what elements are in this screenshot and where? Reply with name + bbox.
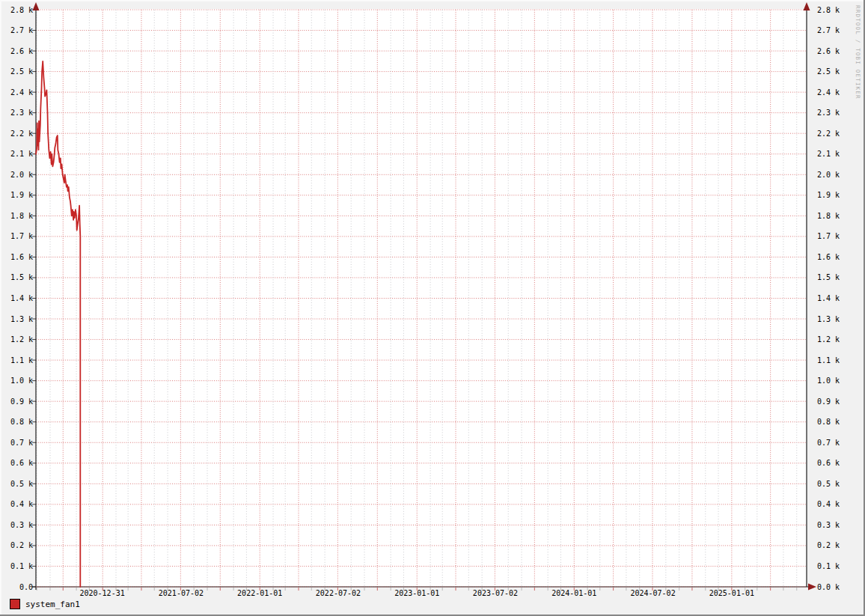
y-axis-label-right: 1.4 k	[817, 293, 840, 303]
y-axis-label-right: 0.8 k	[817, 417, 840, 427]
y-axis-label-right: 0.1 k	[817, 561, 840, 571]
y-axis-label-right: 1.7 k	[817, 231, 840, 241]
y-axis-label-left: 2.5 k	[0, 67, 33, 76]
legend-label: system_fan1	[25, 600, 80, 609]
y-axis-label-left: 0.8 k	[0, 417, 33, 427]
y-axis-arrow-right	[804, 2, 810, 10]
y-axis-label-right: 2.3 k	[817, 108, 840, 118]
rrdtool-watermark: RRDTOOL / TOBI OETIKER	[855, 5, 861, 100]
y-axis-label-left: 1.2 k	[0, 335, 33, 344]
y-axis-label-left: 0.3 k	[0, 520, 33, 530]
y-axis-label-left: 2.6 k	[0, 46, 33, 56]
y-axis-label-right: 0.2 k	[817, 540, 840, 550]
y-axis-label-right: 0.3 k	[817, 520, 840, 530]
x-axis-label: 2024-07-02	[630, 588, 675, 598]
y-axis-label-left: 1.1 k	[0, 356, 33, 365]
y-axis-label-left: 2.1 k	[0, 149, 33, 159]
y-axis-label-left: 2.0 k	[0, 170, 33, 180]
y-axis-label-right: 0.4 k	[817, 499, 840, 509]
y-axis-label-left: 1.8 k	[0, 211, 33, 221]
y-axis-label-left: 0.6 k	[0, 458, 33, 468]
y-axis-arrow-left	[33, 2, 40, 10]
y-axis-label-left: 2.3 k	[0, 108, 33, 118]
y-axis-label-left: 0.4 k	[0, 499, 33, 509]
y-axis-label-right: 0.6 k	[817, 458, 840, 468]
x-axis-label: 2020-12-31	[80, 588, 125, 598]
y-axis-label-right: 2.8 k	[817, 5, 840, 15]
y-axis-label-left: 0.1 k	[0, 561, 33, 571]
y-axis-label-left: 0.7 k	[0, 438, 33, 448]
y-axis-label-right: 1.8 k	[817, 211, 840, 221]
y-axis-label-left: 1.4 k	[0, 293, 33, 303]
y-axis-label-right: 1.2 k	[817, 335, 840, 344]
y-axis-label-left: 0.0	[0, 582, 33, 592]
x-axis-label: 2025-01-01	[709, 588, 754, 598]
y-axis-label-left: 0.2 k	[0, 540, 33, 550]
x-axis-label: 2022-01-01	[237, 588, 282, 598]
y-axis-label-right: 2.0 k	[817, 170, 840, 180]
y-axis-label-left: 0.5 k	[0, 479, 33, 489]
x-axis-label: 2024-01-01	[551, 588, 596, 598]
x-axis-arrow	[808, 584, 816, 591]
legend-swatch	[10, 599, 20, 609]
y-axis-label-right: 2.1 k	[817, 149, 840, 159]
y-axis-label-right: 2.4 k	[817, 88, 840, 97]
y-axis-label-right: 1.5 k	[817, 272, 840, 282]
y-axis-label-right: 2.6 k	[817, 46, 840, 56]
y-axis-label-right: 2.5 k	[817, 67, 840, 76]
y-axis-label-left: 2.7 k	[0, 25, 33, 35]
y-axis-label-right: 2.2 k	[817, 129, 840, 138]
y-axis-label-right: 1.0 k	[817, 376, 840, 385]
x-axis-label: 2022-07-02	[316, 588, 361, 598]
x-axis-label: 2023-07-02	[473, 588, 518, 598]
x-axis-label: 2021-07-02	[159, 588, 204, 598]
y-axis-label-left: 2.2 k	[0, 129, 33, 138]
y-axis-label-left: 1.0 k	[0, 376, 33, 385]
y-axis-label-right: 1.9 k	[817, 190, 840, 200]
y-axis-label-left: 1.5 k	[0, 272, 33, 282]
rrd-graph: 2.8 k2.7 k2.6 k2.5 k2.4 k2.3 k2.2 k2.1 k…	[0, 0, 865, 616]
y-axis-label-left: 2.4 k	[0, 88, 33, 97]
y-axis-label-left: 1.6 k	[0, 252, 33, 262]
y-axis-label-right: 1.1 k	[817, 356, 840, 365]
y-axis-label-left: 1.9 k	[0, 190, 33, 200]
y-axis-label-left: 1.3 k	[0, 314, 33, 324]
y-axis-label-right: 0.0 k	[817, 582, 840, 592]
y-axis-label-right: 0.7 k	[817, 438, 840, 448]
y-axis-label-left: 1.7 k	[0, 231, 33, 241]
y-axis-label-right: 0.9 k	[817, 397, 840, 406]
y-axis-label-right: 0.5 k	[817, 479, 840, 489]
y-axis-label-right: 1.6 k	[817, 252, 840, 262]
y-axis-label-left: 2.8 k	[0, 5, 33, 15]
chart-canvas	[0, 0, 865, 616]
legend: system_fan1	[10, 599, 80, 609]
y-axis-label-left: 0.9 k	[0, 397, 33, 406]
y-axis-label-right: 2.7 k	[817, 25, 840, 35]
x-axis-label: 2023-01-01	[394, 588, 439, 598]
y-axis-label-right: 1.3 k	[817, 314, 840, 324]
